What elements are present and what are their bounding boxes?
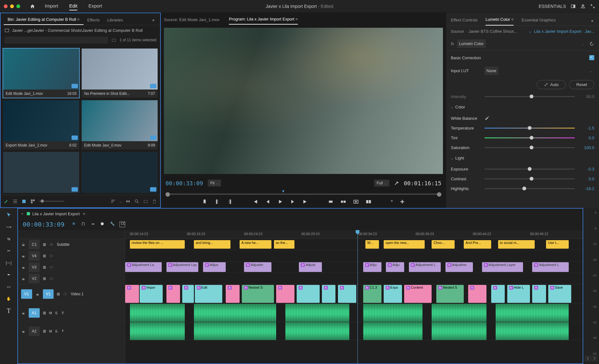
chevron-down-icon[interactable]: ⌵ — [119, 199, 122, 204]
intensity-value[interactable]: 50.0 — [579, 94, 594, 99]
resolution-select[interactable]: Full — [374, 180, 389, 187]
slip-tool[interactable]: |↔| — [5, 259, 13, 267]
goto-in-icon[interactable] — [252, 199, 258, 205]
freeform-icon[interactable] — [30, 199, 35, 204]
caption-clip[interactable]: And Pre... — [464, 240, 491, 249]
exposure-slider[interactable] — [485, 169, 575, 170]
caption-clip[interactable]: review the files on ... — [130, 240, 185, 249]
temperature-value[interactable]: -1.5 — [579, 126, 594, 130]
workspace-icon[interactable] — [571, 4, 576, 9]
clip-item[interactable]: Export Mode Javi_2.mov6:02 — [3, 100, 79, 149]
new-item-icon[interactable] — [143, 199, 148, 204]
solo-right[interactable]: S — [592, 356, 597, 361]
video-clip[interactable]: fx — [182, 285, 194, 303]
magnet-icon[interactable]: ⋂ — [82, 222, 87, 227]
video-clip[interactable]: fxImpor — [140, 285, 163, 303]
video-clip[interactable]: fx — [532, 285, 546, 303]
adjustment-clip[interactable]: fxAdjustm — [244, 262, 271, 272]
solo-left[interactable]: S — [585, 356, 590, 361]
caption-clip[interactable]: A new he... — [240, 240, 272, 249]
eye-icon[interactable] — [49, 242, 54, 247]
auto-button[interactable]: Auto — [537, 80, 566, 89]
source-tab[interactable]: Source: Edit Mode Javi_1.mov — [164, 15, 219, 25]
video-clip[interactable]: fxEdit — [195, 285, 222, 303]
sequence-name[interactable]: Lila x Javier Import Export — [27, 211, 80, 216]
audio-clip[interactable] — [285, 304, 349, 322]
audio-clip[interactable] — [432, 322, 486, 340]
sort-icon[interactable] — [111, 199, 116, 204]
icon-view-icon[interactable] — [21, 199, 26, 204]
snap-icon[interactable]: ❄ — [72, 222, 78, 227]
close-window[interactable] — [4, 4, 8, 8]
adjustment-clip[interactable]: fxAdjustment Lay — [166, 262, 199, 272]
audio-clip[interactable] — [496, 322, 569, 340]
pen-tool[interactable]: ✒ — [5, 271, 13, 279]
audio-clip[interactable] — [130, 304, 185, 322]
share-icon[interactable] — [580, 4, 585, 9]
export-frame-icon[interactable] — [353, 199, 359, 205]
video-clip[interactable]: fx — [322, 285, 336, 303]
panel-overflow-icon[interactable]: » — [150, 15, 157, 25]
clip-item[interactable]: Edit Mode Javi_1.mov16:03 — [3, 49, 79, 98]
clip-item[interactable]: Edit Mode Javi_0.mov9:09 — [82, 100, 158, 149]
audio-clip[interactable] — [194, 322, 276, 340]
contrast-slider[interactable] — [485, 178, 575, 179]
list-view-icon[interactable] — [13, 199, 18, 204]
mic-icon[interactable] — [61, 311, 65, 315]
track-header-v1[interactable]: V1 V1⊞ Video 1 — [18, 284, 125, 304]
video-clip[interactable]: fxHide L — [507, 285, 530, 303]
audio-clip[interactable] — [285, 322, 349, 340]
fx-badge-icon[interactable]: fx — [451, 41, 454, 46]
extract-icon[interactable] — [340, 199, 346, 205]
tab-export[interactable]: Export — [88, 2, 102, 10]
close-sequence-icon[interactable]: × — [21, 211, 24, 216]
reset-effect-icon[interactable] — [589, 41, 594, 46]
video-clip[interactable]: fx — [125, 285, 139, 303]
track-select-tool[interactable]: ⟶ — [5, 223, 13, 231]
marker-icon[interactable]: ⬣ — [101, 222, 106, 227]
adjustment-clip[interactable]: fxAdjus — [203, 262, 226, 272]
basic-correction-header[interactable]: Basic Correction — [451, 54, 594, 64]
video-clip[interactable]: fxContent — [404, 285, 432, 303]
tab-essential-graphics[interactable]: Essential Graphics — [521, 14, 555, 26]
maximize-window[interactable] — [16, 4, 20, 8]
audio-clip[interactable] — [194, 304, 276, 322]
monitor-scrubber[interactable]: ▼ — [166, 189, 441, 195]
track-lanes[interactable]: 00:00:14:2300:00:19:2300:00:24:2300:00:2… — [125, 230, 583, 363]
program-tab[interactable]: Program: Lila x Javier Import Export ≡ — [229, 14, 298, 25]
clip-item[interactable] — [3, 152, 79, 193]
clip-item[interactable] — [82, 152, 158, 193]
zoom-fit-select[interactable]: Fit — [208, 180, 221, 187]
video-clip[interactable]: fx — [166, 285, 180, 303]
adjustment-clip[interactable]: fxAdjustme — [445, 262, 473, 272]
video-clip[interactable]: fx — [297, 285, 320, 303]
step-forward-icon[interactable] — [290, 199, 296, 205]
tab-edit[interactable]: Edit — [69, 2, 78, 10]
home-icon[interactable] — [30, 4, 35, 9]
adjustment-clip[interactable]: fxAdju — [386, 262, 404, 272]
caption-clip[interactable]: Use t... — [546, 240, 569, 249]
highlights-slider[interactable] — [485, 188, 575, 189]
ripple-tool[interactable]: ⇆ — [5, 235, 13, 243]
video-clip[interactable]: fx — [276, 285, 294, 303]
type-tool[interactable]: T — [5, 307, 13, 315]
panel-overflow-icon[interactable]: » — [589, 16, 596, 26]
search-input[interactable] — [4, 37, 108, 43]
section-enabled-checkbox[interactable] — [589, 55, 594, 60]
caption-clip[interactable]: Choo... — [432, 240, 455, 249]
audio-clip[interactable] — [130, 322, 185, 340]
add-button-icon[interactable] — [399, 199, 405, 205]
razor-tool[interactable]: ✂ — [5, 247, 13, 255]
tint-value[interactable]: 0.0 — [579, 136, 594, 140]
tint-slider[interactable] — [485, 137, 575, 138]
adjustment-clip[interactable]: fxAdjustment La — [125, 262, 162, 272]
zoom-slider[interactable] — [39, 201, 64, 202]
video-clip[interactable]: fxC1.3 — [363, 285, 381, 303]
audio-clip[interactable] — [363, 304, 423, 322]
program-monitor[interactable] — [164, 28, 443, 174]
effect-select[interactable]: Lumetri Color — [457, 39, 486, 48]
video-clip[interactable]: fxExpo — [384, 285, 402, 303]
compare-icon[interactable] — [365, 199, 372, 205]
minimize-window[interactable] — [10, 4, 14, 8]
color-section-header[interactable]: ⌵Color — [451, 101, 594, 113]
